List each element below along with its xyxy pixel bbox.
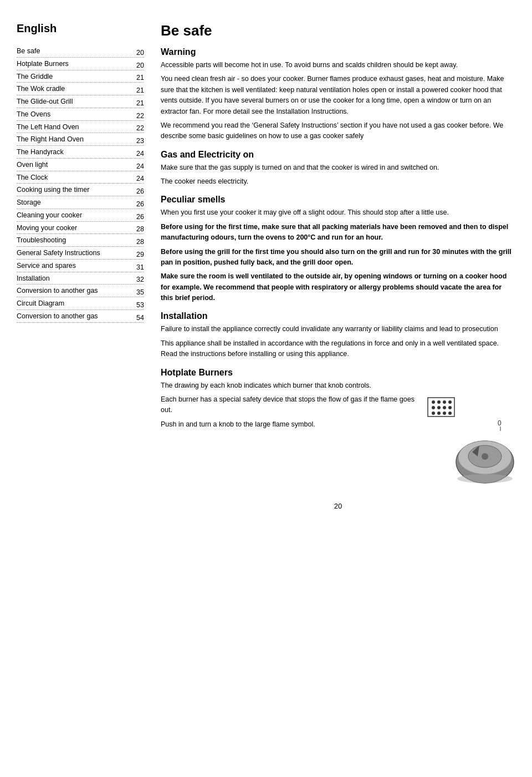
toc-item: Hotplate Burners20 (17, 59, 144, 70)
paragraph: Make sure the room is well ventilated to… (161, 271, 515, 303)
toc-item: The Wok cradle21 (17, 84, 144, 95)
paragraph: This appliance shall be installed in acc… (161, 338, 515, 360)
toc-item: The Ovens22 (17, 109, 144, 121)
section-peculiar-smells: Peculiar smellsWhen you first use your c… (161, 195, 515, 303)
toc-item-page: 54 (133, 314, 144, 322)
page-number: 20 (161, 502, 515, 510)
toc-item-label: The Glide-out Grill (17, 97, 133, 107)
toc-item-page: 28 (133, 238, 144, 246)
toc-item-label: Circuit Diagram (17, 298, 133, 309)
svg-point-7 (443, 406, 446, 409)
svg-point-8 (448, 406, 452, 409)
paragraph: We recommend you read the ‘General Safet… (161, 120, 515, 142)
burner-illustration: 0 (427, 394, 515, 485)
toc-item: The Handyrack24 (17, 147, 144, 159)
toc-item-label: Cleaning your cooker (17, 210, 133, 221)
toc-item: Conversion to another gas54 (17, 311, 144, 323)
svg-point-3 (443, 400, 446, 404)
toc-item-label: The Handyrack (17, 147, 133, 158)
paragraph: When you first use your cooker it may gi… (161, 207, 515, 218)
sections-container: WarningAccessible parts will become hot … (161, 47, 515, 485)
toc-item: Moving your cooker28 (17, 223, 144, 235)
svg-point-5 (432, 406, 435, 409)
toc-item-page: 22 (133, 124, 144, 132)
toc-item: Installation32 (17, 273, 144, 285)
paragraph: Before using for the first time, make su… (161, 222, 515, 243)
section-title: Installation (161, 311, 515, 321)
section-gas-electricity: Gas and Electricity onMake sure that the… (161, 150, 515, 187)
toc-item-label: Hotplate Burners (17, 59, 133, 69)
svg-point-11 (443, 412, 446, 415)
knob-zero-label: 0 (498, 419, 502, 427)
svg-point-6 (437, 406, 441, 409)
paragraph: Failure to install the appliance correct… (161, 324, 515, 334)
page: English Be safe20Hotplate Burners20The G… (0, 0, 532, 777)
toc-item-page: 29 (133, 251, 144, 258)
toc-item-page: 24 (133, 175, 144, 182)
svg-point-18 (482, 453, 488, 460)
paragraph: The cooker needs electricity. (161, 176, 515, 187)
section-warning: WarningAccessible parts will become hot … (161, 47, 515, 142)
toc-item-label: Be safe (17, 46, 133, 57)
toc-item-label: Storage (17, 197, 133, 208)
toc-item-page: 32 (133, 276, 144, 283)
toc-item-label: The Wok cradle (17, 84, 133, 94)
svg-point-4 (448, 400, 452, 404)
svg-point-9 (432, 412, 435, 415)
section-installation: InstallationFailure to install the appli… (161, 311, 515, 359)
toc-item-label: The Griddle (17, 72, 133, 82)
toc-item: The Left Hand Oven22 (17, 122, 144, 134)
toc-item-label: Moving your cooker (17, 223, 133, 233)
toc-item-label: General Safety Instructions (17, 248, 133, 258)
toc-item: The Clock24 (17, 172, 144, 184)
section-hotplate-burners: Hotplate BurnersThe drawing by each knob… (161, 368, 515, 485)
toc-item: Conversion to another gas35 (17, 286, 144, 297)
toc-item: Cooking using the timer26 (17, 185, 144, 196)
toc-item-page: 26 (133, 200, 144, 208)
svg-point-19 (457, 474, 513, 483)
paragraph: Each burner has a special safety device … (161, 394, 416, 416)
toc-item-label: The Clock (17, 172, 133, 183)
section-title: Hotplate Burners (161, 368, 515, 378)
toc-item: The Glide-out Grill21 (17, 97, 144, 108)
toc-item-label: Conversion to another gas (17, 286, 133, 296)
hotplate-row: Each burner has a special safety device … (161, 394, 515, 485)
paragraph: Accessible parts will become hot in use.… (161, 60, 515, 70)
toc-column: English Be safe20Hotplate Burners20The G… (17, 22, 144, 755)
svg-point-1 (432, 400, 435, 404)
toc-item-label: Service and spares (17, 261, 133, 271)
toc-item-page: 21 (133, 74, 144, 82)
toc-item-page: 35 (133, 288, 144, 296)
toc-item-page: 26 (133, 187, 144, 195)
toc-item-label: Cooking using the timer (17, 185, 133, 195)
paragraph: Push in and turn a knob to the large fla… (161, 419, 416, 430)
toc-item-page: 20 (133, 49, 144, 57)
paragraph: You need clean fresh air - so does your … (161, 74, 515, 117)
toc-item-label: Oven light (17, 160, 133, 170)
toc-item-page: 23 (133, 137, 144, 145)
content-column: Be safe WarningAccessible parts will bec… (161, 22, 515, 755)
main-title: Be safe (161, 22, 515, 39)
toc-list: Be safe20Hotplate Burners20The Griddle21… (17, 46, 144, 323)
toc-item: Storage26 (17, 197, 144, 209)
toc-item: Circuit Diagram53 (17, 298, 144, 310)
toc-item: Troubleshooting28 (17, 235, 144, 247)
toc-item-page: 21 (133, 87, 144, 94)
paragraph: The drawing by each knob indicates which… (161, 380, 515, 391)
toc-item-page: 28 (133, 225, 144, 233)
toc-item-page: 22 (133, 112, 144, 120)
toc-item-page: 24 (133, 162, 144, 170)
toc-item-page: 20 (133, 62, 144, 69)
toc-item-page: 31 (133, 263, 144, 271)
toc-item: The Griddle21 (17, 72, 144, 83)
toc-item: Be safe20 (17, 46, 144, 58)
toc-item-label: The Ovens (17, 109, 133, 120)
hotplate-text: Each burner has a special safety device … (161, 394, 416, 433)
toc-item-page: 21 (133, 99, 144, 107)
toc-item-page: 24 (133, 150, 144, 158)
toc-item-label: The Left Hand Oven (17, 122, 133, 133)
language-title: English (17, 22, 144, 35)
section-title: Warning (161, 47, 515, 57)
svg-point-12 (448, 412, 452, 415)
svg-point-10 (437, 412, 441, 415)
